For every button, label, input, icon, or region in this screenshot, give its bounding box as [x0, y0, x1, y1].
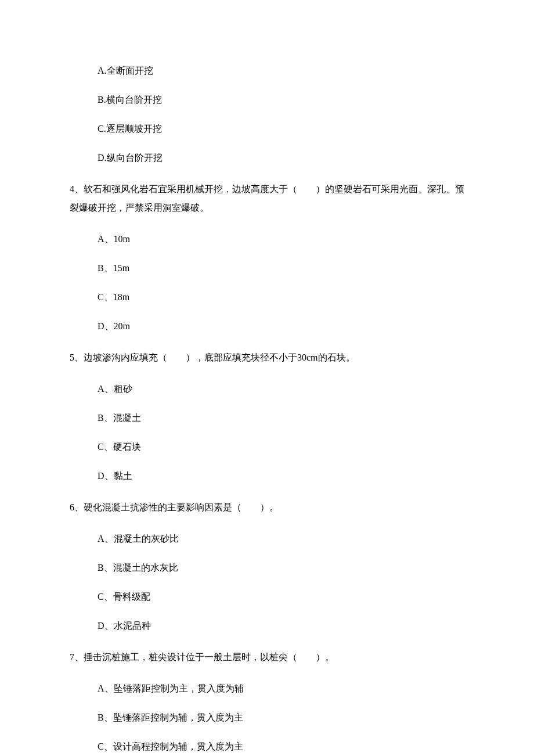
q6-option-a: A、混凝土的灰砂比 [98, 532, 464, 546]
q6-option-d: D、水泥品种 [98, 619, 464, 633]
q4-stem: 4、软石和强风化岩石宜采用机械开挖，边坡高度大于（ ）的坚硬岩石可采用光面、深孔… [70, 180, 464, 217]
q3-option-a: A.全断面开挖 [98, 64, 464, 78]
q3-option-b: B.横向台阶开挖 [98, 93, 464, 107]
q7-option-b: B、坠锤落距控制为辅，贯入度为主 [98, 711, 464, 725]
page-content: A.全断面开挖 B.横向台阶开挖 C.逐层顺坡开挖 D.纵向台阶开挖 4、软石和… [0, 0, 534, 756]
q4-option-d: D、20m [98, 319, 464, 333]
q6-stem: 6、硬化混凝土抗渗性的主要影响因素是（ ）。 [70, 498, 464, 517]
q5-option-d: D、黏土 [98, 469, 464, 483]
q7-stem: 7、捶击沉桩施工，桩尖设计位于一般土层时，以桩尖（ ）。 [70, 648, 464, 667]
q3-option-d: D.纵向台阶开挖 [98, 151, 464, 165]
q6-option-c: C、骨料级配 [98, 590, 464, 604]
q5-option-a: A、粗砂 [98, 382, 464, 396]
q5-option-b: B、混凝土 [98, 411, 464, 425]
q5-stem: 5、边坡渗沟内应填充（ ），底部应填充块径不小于30cm的石块。 [70, 348, 464, 367]
q4-option-b: B、15m [98, 261, 464, 275]
q4-option-c: C、18m [98, 290, 464, 304]
q5-option-c: C、硬石块 [98, 440, 464, 454]
q7-option-c: C、设计高程控制为辅，贯入度为主 [98, 740, 464, 754]
q7-option-a: A、坠锤落距控制为主，贯入度为辅 [98, 682, 464, 696]
q6-option-b: B、混凝土的水灰比 [98, 561, 464, 575]
q3-option-c: C.逐层顺坡开挖 [98, 122, 464, 136]
q4-option-a: A、10m [98, 232, 464, 246]
